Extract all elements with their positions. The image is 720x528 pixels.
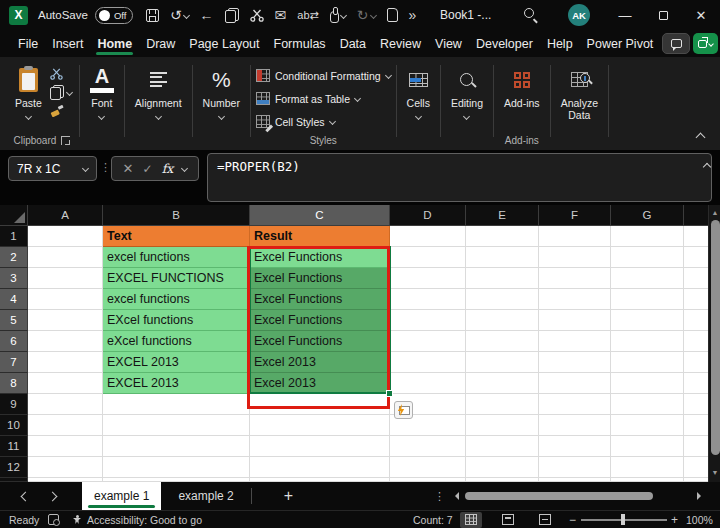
collapse-ribbon-icon[interactable] [696, 133, 706, 143]
tab-formulas[interactable]: Formulas [267, 30, 333, 57]
cell-b6[interactable]: eXcel functions [103, 331, 250, 352]
cell-g7[interactable] [611, 352, 684, 373]
back-arrow-icon[interactable]: ← [200, 7, 214, 23]
sheet-nav-right-icon[interactable] [48, 491, 58, 501]
scroll-down-icon[interactable]: ▼ [709, 467, 720, 479]
font-menu-button[interactable]: A Font [85, 60, 119, 119]
tab-page-layout[interactable]: Page Layout [182, 30, 266, 57]
column-header-partial[interactable] [684, 205, 708, 226]
column-header-c[interactable]: C [250, 205, 390, 226]
row-header-12[interactable]: 12 [0, 457, 28, 478]
cell-f4[interactable] [539, 289, 611, 310]
cell-d8[interactable] [390, 373, 466, 394]
more-commands-icon[interactable]: » [409, 7, 417, 23]
editing-menu-button[interactable]: Editing [446, 60, 488, 119]
cell-b11[interactable] [103, 436, 250, 457]
cell-b1[interactable]: Text [103, 226, 250, 247]
cell-h1[interactable] [684, 226, 708, 247]
tab-data[interactable]: Data [333, 30, 373, 57]
cell-f2[interactable] [539, 247, 611, 268]
number-menu-button[interactable]: % Number [198, 60, 245, 119]
cell-b2[interactable]: excel functions [103, 247, 250, 268]
view-normal-button[interactable] [460, 511, 482, 528]
cell-a12[interactable] [28, 457, 103, 478]
formula-input[interactable]: =PROPER(B2) [207, 153, 712, 202]
cell-a8[interactable] [28, 373, 103, 394]
horizontal-scrollbar-thumb[interactable] [465, 492, 653, 500]
close-button[interactable]: ✕ [682, 0, 720, 30]
row-header-1[interactable]: 1 [0, 226, 28, 247]
cell-e6[interactable] [466, 331, 539, 352]
name-box[interactable]: 7R x 1C [8, 156, 97, 181]
cell-d6[interactable] [390, 331, 466, 352]
zoom-slider-thumb[interactable] [621, 514, 625, 525]
cell-b3[interactable]: EXCEL FUNCTIONS [103, 268, 250, 289]
cell-d2[interactable] [390, 247, 466, 268]
accessibility-status[interactable]: Accessibility: Good to go [72, 511, 202, 528]
sheet-nav-left-icon[interactable] [21, 491, 31, 501]
comments-button[interactable] [662, 33, 690, 54]
share-button[interactable] [693, 33, 718, 54]
cell-g8[interactable] [611, 373, 684, 394]
cell-a1[interactable] [28, 226, 103, 247]
cell-a10[interactable] [28, 415, 103, 436]
copy-icon[interactable] [225, 8, 239, 23]
cell-a11[interactable] [28, 436, 103, 457]
cell-e3[interactable] [466, 268, 539, 289]
cell-g11[interactable] [611, 436, 684, 457]
clipboard-dialog-launcher[interactable] [61, 136, 70, 145]
column-header-g[interactable]: G [611, 205, 684, 226]
sheetbar-options-icon[interactable]: ⋮ [434, 490, 445, 503]
sheet-tab-example-2[interactable]: example 2 [161, 489, 250, 503]
cell-c12[interactable] [250, 457, 390, 478]
tab-review[interactable]: Review [373, 30, 428, 57]
cell-d11[interactable] [390, 436, 466, 457]
cell-f7[interactable] [539, 352, 611, 373]
format-as-table-button[interactable]: Format as Table [256, 87, 391, 110]
cell-g4[interactable] [611, 289, 684, 310]
maximize-button[interactable] [644, 0, 682, 30]
row-header-4[interactable]: 4 [0, 289, 28, 310]
cell-g5[interactable] [611, 310, 684, 331]
cell-g9[interactable] [611, 394, 684, 415]
cell-b7[interactable]: EXCEL 2013 [103, 352, 250, 373]
zoom-level[interactable]: 100% [686, 511, 713, 528]
avatar[interactable]: AK [568, 4, 590, 26]
insert-function-icon[interactable]: fx [162, 161, 174, 176]
cell-a2[interactable] [28, 247, 103, 268]
new-file-icon[interactable] [387, 8, 398, 22]
cell-h4[interactable] [684, 289, 708, 310]
cell-h7[interactable] [684, 352, 708, 373]
cell-d5[interactable] [390, 310, 466, 331]
save-icon[interactable] [146, 9, 159, 22]
fill-handle[interactable] [386, 390, 393, 397]
vertical-scrollbar-thumb[interactable] [711, 220, 720, 455]
alignment-menu-button[interactable]: Alignment [130, 60, 187, 119]
cell-h11[interactable] [684, 436, 708, 457]
cell-f5[interactable] [539, 310, 611, 331]
formula-bar-drag-handle[interactable]: ⋮ [100, 161, 111, 174]
cut-button[interactable] [50, 67, 72, 80]
row-header-8[interactable]: 8 [0, 373, 28, 394]
cell-c11[interactable] [250, 436, 390, 457]
cell-a5[interactable] [28, 310, 103, 331]
cell-g3[interactable] [611, 268, 684, 289]
cell-d1[interactable] [390, 226, 466, 247]
cell-h3[interactable] [684, 268, 708, 289]
touch-mode-icon[interactable] [330, 8, 346, 23]
cell-e8[interactable] [466, 373, 539, 394]
cell-g1[interactable] [611, 226, 684, 247]
redo-icon[interactable]: ↻ [357, 7, 376, 23]
cell-e9[interactable] [466, 394, 539, 415]
column-header-d[interactable]: D [390, 205, 466, 226]
cell-e2[interactable] [466, 247, 539, 268]
cell-f11[interactable] [539, 436, 611, 457]
autosave-toggle[interactable]: Off [95, 7, 133, 24]
zoom-in-button[interactable]: + [671, 513, 678, 527]
cell-a6[interactable] [28, 331, 103, 352]
row-header-6[interactable]: 6 [0, 331, 28, 352]
row-header-2[interactable]: 2 [0, 247, 28, 268]
row-header-3[interactable]: 3 [0, 268, 28, 289]
cell-e11[interactable] [466, 436, 539, 457]
cell-e1[interactable] [466, 226, 539, 247]
